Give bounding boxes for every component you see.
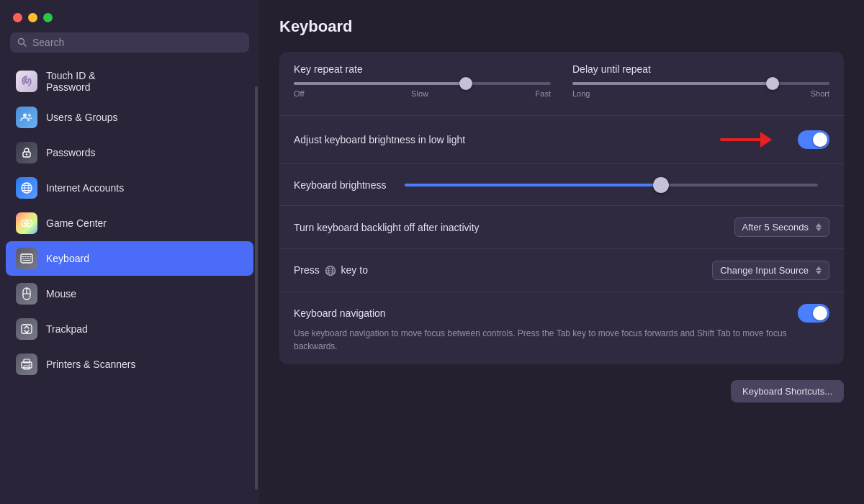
- page-title: Keyboard: [279, 17, 844, 36]
- sidebar-item-label-printers-scanners: Printers & Scanners: [46, 359, 136, 370]
- backlight-off-value: After 5 Seconds: [742, 222, 809, 233]
- adjust-brightness-row: Adjust keyboard brightness in low light: [279, 116, 844, 164]
- red-arrow-annotation: [716, 127, 780, 152]
- sidebar-item-label-keyboard: Keyboard: [46, 253, 89, 264]
- search-icon: [17, 37, 27, 48]
- sidebar-item-touch-id[interactable]: Touch ID &Password: [6, 63, 253, 99]
- sidebar-list: Touch ID &Password Users & Groups: [0, 60, 259, 504]
- traffic-lights: [0, 0, 259, 32]
- keyboard-navigation-toggle[interactable]: [798, 304, 829, 323]
- label-short: Short: [811, 89, 829, 98]
- sidebar-item-label-passwords: Passwords: [46, 147, 95, 158]
- toggle-knob: [813, 132, 827, 147]
- label-long: Long: [572, 89, 590, 98]
- press-key-label: Press key to: [294, 264, 705, 276]
- search-bar[interactable]: [10, 32, 249, 53]
- svg-line-1: [24, 44, 26, 46]
- select-arrows-icon: [816, 223, 822, 231]
- keyboard-icon: [16, 248, 37, 269]
- sidebar-item-keyboard[interactable]: Keyboard: [6, 241, 253, 276]
- key-repeat-slider[interactable]: [294, 82, 551, 85]
- label-slow: Slow: [411, 89, 428, 98]
- keyboard-navigation-row: Keyboard navigation Use keyboard navigat…: [279, 292, 844, 364]
- sidebar-item-label-trackpad: Trackpad: [46, 323, 88, 335]
- key-to-label-text: key to: [341, 264, 368, 276]
- keyboard-brightness-slider[interactable]: [405, 184, 818, 186]
- sidebar-item-label-mouse: Mouse: [46, 288, 76, 300]
- press-key-select[interactable]: Change Input Source: [712, 261, 829, 280]
- key-repeat-label: Key repeat rate: [294, 63, 551, 75]
- press-key-row: Press key to Change Input Source: [279, 249, 844, 292]
- sidebar-item-printers-scanners[interactable]: Printers & Scanners: [6, 347, 253, 382]
- maximize-button[interactable]: [43, 13, 53, 22]
- game-center-icon: [16, 212, 37, 234]
- adjust-brightness-toggle[interactable]: [798, 130, 829, 149]
- delay-until-repeat-slider[interactable]: [572, 82, 829, 85]
- sidebar-item-game-center[interactable]: Game Center: [6, 206, 253, 240]
- keyboard-navigation-description: Use keyboard navigation to move focus be…: [294, 327, 829, 353]
- main-content: Keyboard Key repeat rate Off Slow Fas: [259, 0, 864, 504]
- sidebar-item-label-users-groups: Users & Groups: [46, 112, 118, 123]
- sidebar-item-trackpad[interactable]: Trackpad: [6, 312, 253, 346]
- label-fast: Fast: [536, 89, 551, 98]
- delay-until-repeat-group: Delay until repeat Long Short: [572, 63, 829, 98]
- red-arrow-icon: [716, 127, 780, 152]
- keyboard-navigation-label: Keyboard navigation: [294, 307, 798, 319]
- sidebar: Touch ID &Password Users & Groups: [0, 0, 259, 504]
- press-key-select-arrows: [816, 266, 822, 274]
- globe-key-icon: [325, 265, 336, 276]
- printers-icon: [16, 354, 37, 375]
- sliders-row: Key repeat rate Off Slow Fast Delay: [279, 52, 844, 116]
- backlight-off-row: Turn keyboard backlight off after inacti…: [279, 206, 844, 249]
- sidebar-scrollbar[interactable]: [255, 86, 258, 490]
- keyboard-brightness-label: Keyboard brightness: [294, 179, 386, 191]
- mouse-icon: [16, 283, 37, 305]
- sidebar-item-internet-accounts[interactable]: Internet Accounts: [6, 171, 253, 205]
- keyboard-shortcuts-button[interactable]: Keyboard Shortcuts...: [731, 380, 844, 402]
- sliders-card: Key repeat rate Off Slow Fast Delay: [279, 52, 844, 364]
- svg-point-31: [30, 364, 31, 366]
- arrow-up-icon: [816, 223, 822, 227]
- svg-point-13: [24, 222, 26, 225]
- backlight-off-select[interactable]: After 5 Seconds: [734, 217, 830, 237]
- svg-point-2: [23, 114, 27, 117]
- sidebar-item-label-internet-accounts: Internet Accounts: [46, 182, 124, 194]
- keyboard-nav-top: Keyboard navigation: [294, 304, 829, 323]
- delay-until-repeat-label: Delay until repeat: [572, 63, 829, 75]
- label-off: Off: [294, 89, 304, 98]
- close-button[interactable]: [13, 13, 22, 22]
- key-repeat-group: Key repeat rate Off Slow Fast: [294, 63, 551, 98]
- svg-point-3: [28, 114, 31, 117]
- press-key-value: Change Input Source: [720, 265, 809, 276]
- shortcuts-btn-container: Keyboard Shortcuts...: [279, 377, 844, 402]
- sidebar-item-label-game-center: Game Center: [46, 217, 107, 229]
- arrow-down-icon: [816, 228, 822, 231]
- svg-point-14: [28, 222, 30, 225]
- press-key-arrow-down: [816, 271, 822, 274]
- svg-point-5: [26, 153, 27, 155]
- sidebar-item-mouse[interactable]: Mouse: [6, 276, 253, 311]
- search-input[interactable]: [32, 37, 242, 48]
- passwords-icon: [16, 142, 37, 163]
- backlight-off-label: Turn keyboard backlight off after inacti…: [294, 222, 727, 233]
- sliders-header: Key repeat rate Off Slow Fast Delay: [294, 63, 829, 98]
- internet-accounts-icon: [16, 177, 37, 199]
- adjust-brightness-label: Adjust keyboard brightness in low light: [294, 134, 708, 145]
- minimize-button[interactable]: [28, 13, 37, 22]
- sidebar-item-label-touch-id: Touch ID &Password: [46, 70, 95, 93]
- sidebar-item-passwords[interactable]: Passwords: [6, 135, 253, 170]
- touch-id-icon: [16, 71, 37, 92]
- keyboard-nav-toggle-knob: [813, 306, 827, 320]
- press-key-arrow-up: [816, 266, 822, 270]
- press-label-text: Press: [294, 264, 320, 276]
- trackpad-icon: [16, 318, 37, 340]
- delay-until-repeat-labels: Long Short: [572, 89, 829, 98]
- users-groups-icon: [16, 107, 37, 128]
- key-repeat-labels: Off Slow Fast: [294, 89, 551, 98]
- sidebar-item-users-groups[interactable]: Users & Groups: [6, 100, 253, 135]
- keyboard-brightness-row: Keyboard brightness: [279, 164, 844, 206]
